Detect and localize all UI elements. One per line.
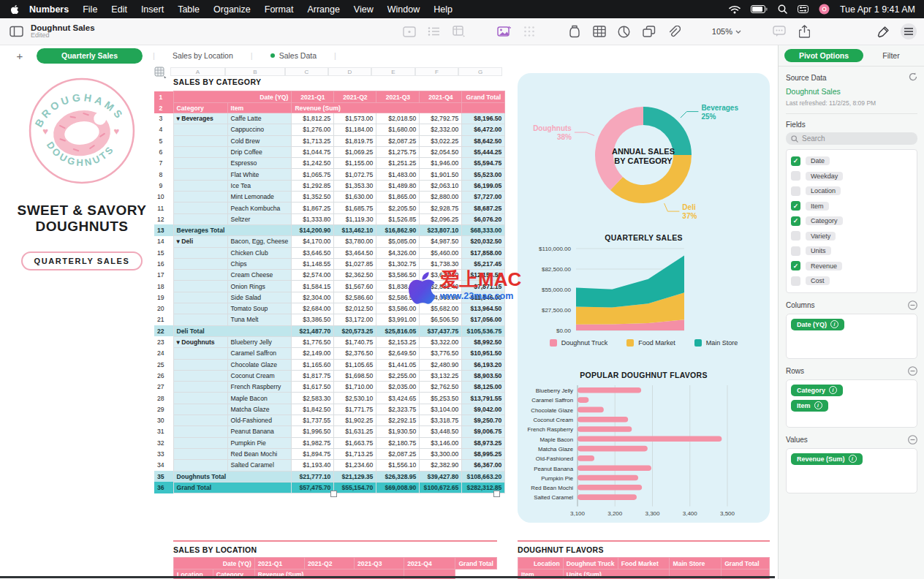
value-cell[interactable]: $1,155.00 [334,158,376,169]
value-cell[interactable]: $2,530.10 [334,393,376,404]
value-cell[interactable]: $3,132.25 [420,370,462,381]
table-row[interactable]: 9Ice Tea$1,292.85$1,353.30$1,489.80$2,06… [154,180,505,191]
bar-red-bean-mochi[interactable] [578,485,642,491]
item-cell[interactable]: Red Bean Mochi [227,448,292,459]
item-cell[interactable]: Peanut Banana [227,426,292,437]
value-cell[interactable]: $1,441.05 [376,359,420,370]
bar-french-raspberry[interactable] [578,426,632,432]
row-number[interactable]: 2 [154,103,167,113]
field-row-units[interactable]: Units [791,243,912,259]
field-row-cost[interactable]: Cost [791,273,912,289]
header-item[interactable]: Item [227,103,292,113]
remove-section-icon[interactable] [908,300,917,310]
share-icon[interactable] [797,24,811,39]
value-cell[interactable]: $1,946.00 [420,158,462,169]
cell[interactable]: 2021-Q4 [404,558,455,569]
value-cell[interactable]: $1,740.75 [334,336,376,347]
row-number[interactable]: 26 [154,370,167,381]
field-row-revenue[interactable]: ✓Revenue [791,259,912,274]
category-empty-cell[interactable] [173,213,227,224]
header-date-yq[interactable]: Date (YQ) [173,91,292,103]
format-grid-icon[interactable] [522,24,537,39]
row-number[interactable]: 6 [154,146,167,157]
table-row[interactable]: 13Beverages Total$14,200.90$13,462.10$16… [154,224,505,235]
group-total-value[interactable]: $23,807.10 [420,224,462,235]
cell[interactable]: Location [518,558,564,569]
grand-total-value[interactable]: $69,008.90 [376,482,420,493]
grand-total-cell[interactable]: $6,076.20 [462,213,505,224]
sheet-tab-sales-data[interactable]: Sales Data [263,48,324,64]
menu-item-numbers[interactable]: Numbers [29,4,69,15]
category-cell[interactable]: ▾ Deli [173,236,227,247]
value-cell[interactable]: $2,018.50 [376,113,420,124]
table-row[interactable]: 4Cappuccino$1,276.00$1,184.00$1,680.00$2… [154,124,505,135]
value-cell[interactable]: $1,617.50 [292,382,334,393]
table-row[interactable]: 23▾ DoughnutsBlueberry Jelly$1,776.50$1,… [154,336,505,347]
value-cell[interactable]: $1,148.55 [292,258,334,269]
value-cell[interactable]: $4,987.50 [420,236,462,247]
gutter-spacer[interactable] [167,393,174,404]
category-empty-cell[interactable] [173,426,227,437]
column-header-E[interactable]: E [371,67,415,76]
cell[interactable]: Grand Total [455,558,497,569]
grand-total-cell[interactable]: $10,951.50 [462,348,505,359]
column-header-G[interactable]: G [458,67,502,76]
quarterly-sales-area-chart[interactable]: $110,000.00$82,500.00$55,000.00$27,500.0… [518,244,770,339]
item-cell[interactable]: Tuna Melt [227,314,292,325]
group-total-grand[interactable]: $108,663.20 [462,471,505,482]
header-2021-q2[interactable]: 2021-Q2 [334,91,376,103]
sales-by-location-table[interactable]: SALES BY LOCATIONDate (YQ)2021-Q12021-Q2… [173,540,497,579]
table-row[interactable]: 28Maple Bacon$2,583.30$2,530.10$3,424.65… [154,393,505,404]
category-empty-cell[interactable] [173,314,227,325]
grand-total-value[interactable]: $100,672.65 [420,482,462,493]
value-cell[interactable]: $1,713.25 [334,448,376,459]
gutter-spacer[interactable] [167,437,174,448]
gutter-spacer[interactable] [167,292,174,303]
table-row[interactable]: 26Coconut Cream$1,817.75$1,698.50$2,255.… [154,370,505,381]
value-cell[interactable]: $2,762.50 [420,382,462,393]
bar-caramel-saffron[interactable] [578,397,588,403]
selection-handle[interactable] [330,491,337,497]
category-empty-cell[interactable] [173,292,227,303]
column-header-F[interactable]: F [415,67,458,76]
bar-matcha-glaze[interactable] [578,446,648,452]
gutter-spacer[interactable] [167,91,174,103]
group-total-value[interactable]: $14,200.90 [292,224,334,235]
category-empty-cell[interactable] [173,270,227,281]
row-number[interactable]: 23 [154,336,167,347]
group-total-value[interactable]: $25,816.05 [376,325,420,336]
value-cell[interactable]: $2,054.50 [420,146,462,157]
row-number[interactable]: 34 [154,460,167,471]
grand-total-cell[interactable]: $7,727.00 [462,192,505,203]
value-cell[interactable]: $1,996.50 [292,426,334,437]
bar-coconut-cream[interactable] [578,417,628,423]
shape-jar-icon[interactable] [567,24,582,39]
value-cell[interactable]: $2,881.40 [420,281,462,292]
table-row[interactable]: 12Seltzer$1,333.80$1,119.30$1,526.85$2,0… [154,213,505,224]
row-number[interactable]: 9 [154,180,167,191]
field-pill-item[interactable]: Itemi [791,400,828,412]
menu-item-edit[interactable]: Edit [111,4,127,15]
value-cell[interactable]: $4,068.90 [420,292,462,303]
value-cell[interactable]: $2,012.50 [334,303,376,314]
table-row[interactable]: 21Tuna Melt$3,386.50$3,172.00$3,991.00$6… [154,314,505,325]
item-cell[interactable]: Seltzer [227,213,292,224]
value-cell[interactable]: $2,928.75 [420,203,462,213]
gutter-spacer[interactable] [167,370,174,381]
group-total-value[interactable]: $37,437.75 [420,325,462,336]
item-cell[interactable]: Side Salad [227,292,292,303]
row-number[interactable]: 11 [154,203,167,213]
table-row[interactable]: 3▾ BeveragesCaffe Latte$1,812.25$1,573.0… [154,113,505,124]
value-cell[interactable]: $1,819.75 [334,135,376,146]
value-cell[interactable]: $1,072.75 [334,169,376,180]
document-title-block[interactable]: Doughnut Sales Edited [31,23,95,40]
table-handle-icon[interactable] [154,67,167,79]
table-row[interactable]: 2CategoryItemRevenue (Sum) [154,103,505,113]
control-center-icon[interactable] [798,5,808,13]
table-row[interactable]: 7Espresso$1,242.50$1,155.00$1,251.25$1,9… [154,158,505,169]
bar-pumpkin-pie[interactable] [578,475,638,481]
grand-total-cell[interactable]: $8,196.50 [462,113,505,124]
group-total-value[interactable]: $21,487.70 [292,325,334,336]
category-empty-cell[interactable] [173,169,227,180]
wifi-icon[interactable] [729,5,741,14]
